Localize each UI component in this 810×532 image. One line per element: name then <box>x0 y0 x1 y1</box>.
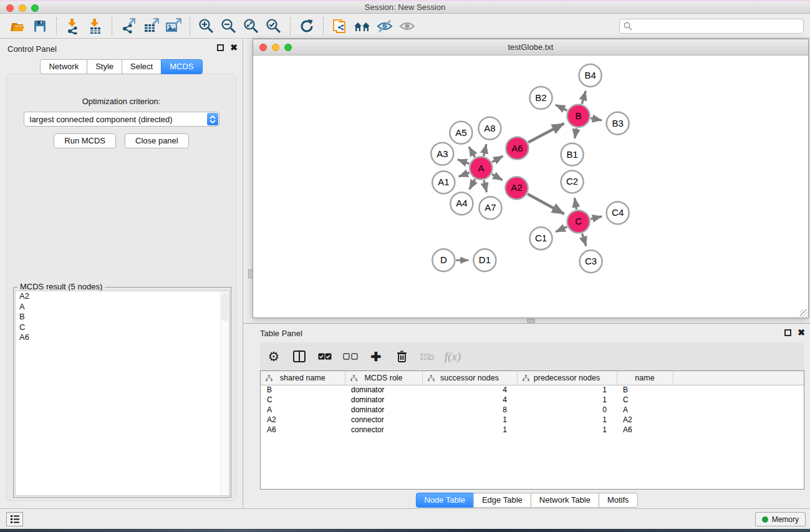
tab-style[interactable]: Style <box>87 59 122 74</box>
zoom-fit-button[interactable] <box>240 16 263 37</box>
delete-table-button[interactable] <box>420 349 435 365</box>
graph-node-A3[interactable]: A3 <box>431 143 453 165</box>
table-cell[interactable]: A <box>617 405 673 415</box>
export-network-button[interactable] <box>117 16 140 37</box>
float-table-panel-icon[interactable] <box>784 329 791 336</box>
table-tab-edge-table[interactable]: Edge Table <box>473 493 531 508</box>
tab-select[interactable]: Select <box>122 59 162 74</box>
mcds-result-item[interactable]: A2 <box>16 291 229 302</box>
graph-node-B2[interactable]: B2 <box>529 87 552 109</box>
graph-edge-B-B2[interactable] <box>556 105 567 110</box>
import-table-button[interactable] <box>84 16 107 37</box>
network-canvas[interactable]: AA1A2A3A4A5A6A7A8BB1B2B3B4CC1C2C3C4DD1 <box>253 56 808 317</box>
graph-node-C2[interactable]: C2 <box>561 171 584 193</box>
graph-node-B3[interactable]: B3 <box>607 112 629 135</box>
close-panel-icon[interactable]: ✖ <box>230 42 238 53</box>
graph-node-A5[interactable]: A5 <box>450 122 472 144</box>
graph-edge-B-B3[interactable] <box>591 118 602 120</box>
graph-edge-B-B1[interactable] <box>575 128 577 138</box>
graph-edge-C-C1[interactable] <box>556 227 567 232</box>
run-mcds-button[interactable]: Run MCDS <box>54 133 116 148</box>
apply-layout-button[interactable] <box>296 16 318 37</box>
memory-button[interactable]: Memory <box>755 512 806 526</box>
table-cell[interactable]: 8 <box>422 405 517 415</box>
graph-edge-A-A1[interactable] <box>459 173 470 177</box>
table-row[interactable]: A2connector11A2 <box>261 415 804 425</box>
criterion-select[interactable]: largest connected component (directed) <box>24 112 219 127</box>
graph-node-C[interactable]: C <box>567 210 590 233</box>
graph-node-A6[interactable]: A6 <box>506 137 528 160</box>
graph-edge-A-A3[interactable] <box>458 160 470 164</box>
show-all-button[interactable] <box>396 16 418 37</box>
mcds-result-item[interactable]: A6 <box>16 332 229 343</box>
zoom-in-button[interactable] <box>195 16 218 37</box>
column-header-name[interactable]: name <box>617 371 673 385</box>
table-cell[interactable]: dominator <box>345 385 422 395</box>
graph-node-A[interactable]: A <box>470 157 492 180</box>
table-cell[interactable]: 0 <box>517 405 617 415</box>
maximize-window-button[interactable] <box>31 4 39 12</box>
export-image-button[interactable] <box>162 16 185 37</box>
graph-edge-A-A8[interactable] <box>484 144 486 156</box>
task-history-button[interactable] <box>6 512 23 526</box>
search-input[interactable] <box>619 19 804 34</box>
table-settings-button[interactable]: ⚙ <box>266 349 281 365</box>
first-neighbors-button[interactable] <box>351 16 374 37</box>
graph-edge-A2-C[interactable] <box>528 194 564 214</box>
graph-node-C4[interactable]: C4 <box>607 201 629 224</box>
network-window-titlebar[interactable]: testGlobe.txt <box>253 39 808 56</box>
table-cell[interactable]: B <box>261 385 345 395</box>
network-from-selection-button[interactable] <box>329 16 351 37</box>
table-cell[interactable]: dominator <box>345 395 422 405</box>
graph-edge-A6-B[interactable] <box>528 123 564 142</box>
table-cell[interactable]: A2 <box>261 415 345 425</box>
graph-node-A2[interactable]: A2 <box>505 177 528 200</box>
graph-node-B4[interactable]: B4 <box>579 64 602 87</box>
column-header-predecessor-nodes[interactable]: predecessor nodes <box>517 371 617 385</box>
graph-edge-C-C2[interactable] <box>575 198 577 210</box>
zoom-out-button[interactable] <box>218 16 240 37</box>
column-header-successor-nodes[interactable]: successor nodes <box>422 371 517 385</box>
close-panel-button[interactable]: Close panel <box>125 133 189 148</box>
table-cell[interactable]: 4 <box>422 385 517 395</box>
delete-column-button[interactable] <box>394 349 409 365</box>
zoom-selected-button[interactable] <box>263 16 285 37</box>
table-cell[interactable]: C <box>617 395 673 405</box>
graph-edge-A-A6[interactable] <box>492 156 503 162</box>
graph-node-A8[interactable]: A8 <box>478 117 501 140</box>
column-layout-button[interactable] <box>292 349 307 365</box>
graph-node-B1[interactable]: B1 <box>561 143 584 166</box>
window-resize-grip[interactable] <box>800 309 808 317</box>
select-all-columns-button[interactable] <box>317 349 332 365</box>
table-cell[interactable]: A <box>261 405 345 415</box>
network-maximize-button[interactable] <box>284 44 292 51</box>
open-session-button[interactable] <box>6 16 29 37</box>
graph-node-C1[interactable]: C1 <box>529 227 552 249</box>
graph-node-C3[interactable]: C3 <box>580 250 602 273</box>
table-row[interactable]: Adominator80A <box>261 405 804 415</box>
mcds-result-item[interactable]: A <box>16 302 229 312</box>
close-window-button[interactable] <box>6 4 14 12</box>
graph-node-A1[interactable]: A1 <box>432 172 455 194</box>
graph-node-D[interactable]: D <box>432 249 455 271</box>
close-table-panel-icon[interactable]: ✖ <box>798 327 805 338</box>
save-session-button[interactable] <box>29 16 51 37</box>
column-header-MCDS-role[interactable]: MCDS role <box>345 371 422 385</box>
add-column-button[interactable]: ✚ <box>369 349 383 365</box>
graph-node-D1[interactable]: D1 <box>473 249 496 271</box>
graph-edge-B-B4[interactable] <box>582 91 586 104</box>
network-minimize-button[interactable] <box>272 44 279 51</box>
graph-edge-A-A4[interactable] <box>470 179 475 190</box>
table-cell[interactable]: A2 <box>617 415 673 425</box>
float-panel-icon[interactable] <box>217 44 224 51</box>
unselect-all-columns-button[interactable] <box>343 349 358 365</box>
mcds-result-list[interactable]: A2ABCA6 <box>15 291 229 496</box>
table-cell[interactable]: 1 <box>517 425 617 435</box>
graph-edge-C-C4[interactable] <box>591 216 602 219</box>
table-row[interactable]: Cdominator41C <box>261 395 804 405</box>
table-tab-node-table[interactable]: Node Table <box>415 493 474 508</box>
minimize-window-button[interactable] <box>19 4 26 12</box>
table-tab-network-table[interactable]: Network Table <box>531 493 599 508</box>
table-cell[interactable]: A6 <box>261 425 345 435</box>
mcds-result-item[interactable]: C <box>16 322 229 333</box>
